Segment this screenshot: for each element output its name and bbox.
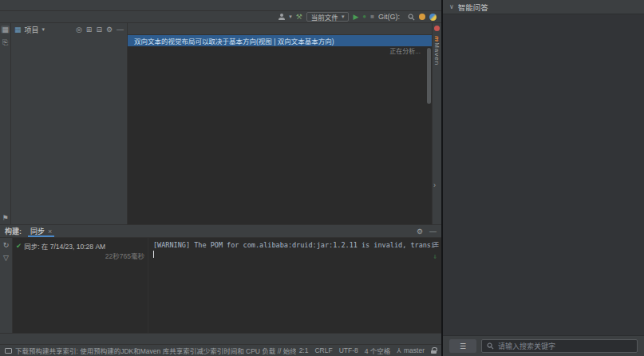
maven-label: Maven — [433, 42, 441, 65]
hide-panel-icon[interactable]: — — [429, 227, 437, 235]
git-branch-widget[interactable]: Y master — [397, 346, 425, 354]
run-configuration-label: 当前文件 — [311, 12, 338, 22]
success-check-icon: ✔ — [16, 242, 22, 250]
user-profile-icon[interactable] — [279, 14, 285, 20]
filter-icon[interactable]: ▽ — [3, 254, 9, 262]
editor-tabs — [128, 23, 432, 35]
indent-setting[interactable]: 4 个空格 — [365, 346, 391, 355]
event-log-icon[interactable] — [5, 348, 12, 354]
line-separator[interactable]: CRLF — [314, 346, 332, 354]
editor-scrollbar[interactable] — [427, 46, 431, 224]
locate-file-icon[interactable]: ◎ — [76, 26, 82, 34]
bookmarks-tool-icon[interactable]: ⚑ — [2, 214, 8, 222]
project-view-selector[interactable]: 项目 — [25, 25, 39, 35]
search-icon[interactable] — [408, 14, 415, 21]
banner-text: 双向文本的视觉布局可以取决于基本方向(视图 | 双向文本基本方向) — [134, 36, 334, 45]
collapse-right-icon[interactable]: › — [433, 181, 436, 189]
console-warning-line: [WARNING] The POM for com.alibaba:druid:… — [153, 241, 437, 250]
project-tool-icon[interactable]: ▦ — [1, 26, 10, 34]
build-console[interactable]: [WARNING] The POM for com.alibaba:druid:… — [148, 238, 441, 333]
right-tool-stripe: mMaven › — [432, 23, 441, 224]
chevron-down-icon[interactable]: ▾ — [42, 26, 45, 33]
assistant-quick-actions — [443, 14, 644, 335]
gear-icon[interactable]: ⚙ — [417, 227, 423, 235]
project-panel-header: ▦ 项目 ▾ ◎ ⊞ ⊟ ⚙ — — [11, 23, 127, 36]
rerun-sync-icon[interactable]: ↻ — [3, 241, 10, 249]
run-button[interactable]: ▶ — [353, 14, 358, 21]
sync-status-text: 同步: 在 7/14/23, 10:28 AM — [24, 241, 105, 251]
notifications-icon[interactable] — [419, 14, 425, 20]
screen: ▾ ⚒ 当前文件 ▾ ▶ ● ■ Git(G): — [0, 0, 644, 356]
tool-window-bar — [0, 333, 441, 344]
analyzing-status: 正在分析... — [389, 48, 421, 56]
code-editor[interactable]: 正在分析... — [128, 46, 432, 224]
project-tree — [11, 36, 127, 224]
git-branch-icon: Y — [397, 346, 401, 354]
hide-panel-icon[interactable]: — — [117, 26, 124, 34]
search-input[interactable]: 请输入搜索关键字 — [481, 339, 638, 353]
console-caret — [153, 251, 154, 258]
ide-window: ▾ ⚒ 当前文件 ▾ ▶ ● ■ Git(G): — [0, 0, 441, 356]
left-tool-stripe: ▦ ⎘ ⚑ — [0, 23, 11, 224]
menu-bar — [0, 0, 441, 11]
notification-dot-icon[interactable] — [434, 26, 440, 31]
assistant-search-row: ☰ 请输入搜索关键字 — [443, 335, 644, 356]
menu-button[interactable]: ☰ — [449, 339, 476, 353]
caret-position[interactable]: 2:1 — [299, 346, 309, 354]
assistant-title: 智能问答 — [458, 2, 488, 13]
gear-icon[interactable]: ⚙ — [106, 26, 113, 34]
search-icon — [487, 342, 494, 350]
stop-button[interactable]: ■ — [370, 14, 374, 20]
collapse-all-icon[interactable]: ⊟ — [96, 26, 102, 34]
file-encoding[interactable]: UTF-8 — [339, 346, 358, 354]
vcs-widget-label[interactable]: Git(G): — [378, 13, 400, 21]
close-icon[interactable]: × — [48, 227, 52, 235]
project-view-icon: ▦ — [14, 26, 22, 34]
expand-all-icon[interactable]: ⊞ — [86, 26, 93, 34]
scroll-to-end-icon[interactable]: ⇩ — [433, 252, 439, 261]
ide-settings-icon[interactable] — [429, 14, 437, 21]
chevron-down-icon[interactable]: ▾ — [289, 14, 292, 20]
chevron-down-icon: ▾ — [342, 14, 345, 20]
build-tool-window: 构建: 同步 × ⚙ — ↻ ▽ ✔ 同步: 在 7/1 — [0, 224, 441, 333]
build-toolbar: ↻ ▽ — [0, 238, 13, 333]
build-status-pane: ✔ 同步: 在 7/14/23, 10:28 AM 22秒765毫秒 — [13, 238, 148, 333]
run-configuration-select[interactable]: 当前文件 ▾ — [306, 12, 350, 22]
notification-banner: 双向文本的视觉布局可以取决于基本方向(视图 | 双向文本基本方向) — [128, 35, 432, 46]
search-placeholder: 请输入搜索关键字 — [498, 341, 555, 351]
status-bar: 下载预构建共享索引: 使用预构建的JDK和Maven 库共享索引减少索引时间和 … — [0, 344, 441, 356]
assistant-header[interactable]: ∨ 智能问答 — [443, 0, 644, 14]
sync-tab-label: 同步 — [30, 226, 45, 236]
assistant-panel: ∨ 智能问答 ☰ 请输入搜索关键字 — [441, 0, 644, 356]
main-toolbar: ▾ ⚒ 当前文件 ▾ ▶ ● ■ Git(G): — [0, 11, 441, 23]
chevron-down-icon: ∨ — [449, 3, 454, 10]
build-window-title: 构建: — [5, 226, 22, 236]
editor-area: 双向文本的视觉布局可以取决于基本方向(视图 | 双向文本基本方向) 正在分析..… — [128, 23, 432, 224]
status-message[interactable]: 下载预构建共享索引: 使用预构建的JDK和Maven 库共享索引减少索引时间和 … — [15, 346, 296, 355]
sync-duration: 22秒765毫秒 — [105, 251, 144, 260]
lock-icon[interactable] — [431, 347, 437, 354]
build-hammer-icon[interactable]: ⚒ — [296, 14, 302, 21]
commit-tool-icon[interactable]: ⎘ — [2, 38, 8, 47]
project-panel: ▦ 项目 ▾ ◎ ⊞ ⊟ ⚙ — — [11, 23, 128, 224]
debug-button[interactable]: ● — [362, 14, 366, 20]
soft-wrap-icon[interactable]: ☰ — [433, 240, 439, 249]
maven-tool-button[interactable]: mMaven — [433, 36, 441, 65]
tab-sync[interactable]: 同步 × — [28, 225, 54, 237]
branch-name: master — [404, 346, 425, 354]
